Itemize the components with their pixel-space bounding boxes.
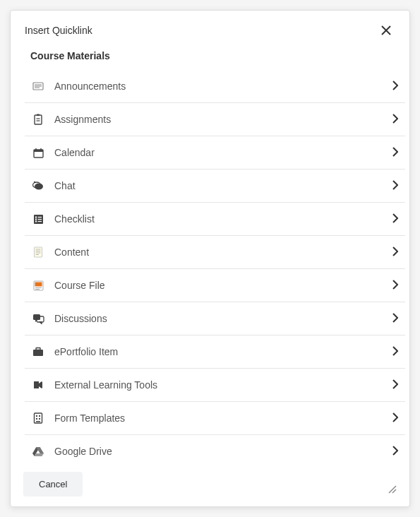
item-discussions[interactable]: Discussions <box>25 302 405 335</box>
item-course-file[interactable]: Course File <box>25 269 405 302</box>
item-external-learning-tools[interactable]: External Learning Tools <box>25 369 405 402</box>
item-label: External Learning Tools <box>54 379 392 391</box>
svg-line-49 <box>389 486 396 493</box>
content-icon <box>32 246 44 258</box>
svg-rect-31 <box>35 287 42 288</box>
form-templates-icon <box>32 412 44 424</box>
chevron-right-icon <box>392 346 398 358</box>
svg-rect-6 <box>35 115 42 124</box>
section-title: Course Materials <box>25 44 405 70</box>
item-label: Content <box>54 246 392 258</box>
svg-line-50 <box>392 489 396 493</box>
modal-footer: Cancel <box>11 462 409 506</box>
close-icon <box>381 23 391 38</box>
chevron-right-icon <box>392 114 398 126</box>
scroll-container[interactable]: Course Materials Announcements Assignmen… <box>11 44 409 462</box>
chevron-right-icon <box>392 213 398 225</box>
svg-rect-11 <box>34 150 43 152</box>
item-label: ePortfolio Item <box>54 346 392 357</box>
item-calendar[interactable]: Calendar <box>25 136 405 170</box>
insert-quicklink-modal: Insert Quicklink Course Materials Announ… <box>10 10 410 507</box>
svg-marker-39 <box>34 381 42 388</box>
item-form-templates[interactable]: Form Templates <box>25 402 405 435</box>
svg-rect-43 <box>36 418 37 420</box>
chevron-right-icon <box>392 246 398 258</box>
item-label: Checklist <box>54 213 392 225</box>
chevron-right-icon <box>392 446 398 458</box>
svg-rect-30 <box>35 282 42 286</box>
item-announcements[interactable]: Announcements <box>25 70 405 103</box>
svg-rect-42 <box>39 415 40 417</box>
eportfolio-icon <box>32 345 44 358</box>
chevron-right-icon <box>392 147 398 159</box>
chat-icon <box>32 179 44 192</box>
svg-point-14 <box>35 183 43 189</box>
modal-header: Insert Quicklink <box>11 11 409 44</box>
svg-point-16 <box>34 181 35 182</box>
resize-handle[interactable] <box>387 484 397 497</box>
discussions-icon <box>32 312 44 325</box>
item-label: Form Templates <box>54 412 392 424</box>
item-label: Discussions <box>54 313 392 324</box>
assignments-icon <box>32 113 44 126</box>
item-google-drive[interactable]: Google Drive <box>25 435 405 462</box>
svg-rect-32 <box>35 289 40 290</box>
item-label: Google Drive <box>54 446 392 457</box>
svg-rect-18 <box>35 216 37 218</box>
svg-rect-38 <box>36 348 40 350</box>
modal-title: Insert Quicklink <box>25 25 92 36</box>
item-label: Announcements <box>54 81 392 92</box>
chevron-right-icon <box>392 81 398 93</box>
external-tools-icon <box>32 379 44 391</box>
svg-rect-41 <box>36 415 37 417</box>
svg-rect-7 <box>37 114 40 117</box>
svg-rect-45 <box>36 421 40 422</box>
item-label: Course File <box>54 280 392 291</box>
chevron-right-icon <box>392 379 398 391</box>
close-button[interactable] <box>377 22 395 39</box>
item-label: Chat <box>54 180 392 191</box>
svg-rect-44 <box>39 418 40 420</box>
svg-rect-24 <box>35 247 42 257</box>
svg-rect-37 <box>33 350 43 356</box>
item-eportfolio-item[interactable]: ePortfolio Item <box>25 335 405 369</box>
item-chat[interactable]: Chat <box>25 170 405 203</box>
checklist-icon <box>32 213 44 225</box>
svg-marker-36 <box>40 322 42 324</box>
chevron-right-icon <box>392 412 398 424</box>
chevron-right-icon <box>392 313 398 325</box>
item-label: Calendar <box>54 147 392 158</box>
svg-rect-19 <box>35 218 37 220</box>
item-checklist[interactable]: Checklist <box>25 203 405 236</box>
chevron-right-icon <box>392 280 398 292</box>
cancel-button[interactable]: Cancel <box>23 472 83 497</box>
item-content[interactable]: Content <box>25 236 405 269</box>
calendar-icon <box>32 146 44 159</box>
item-assignments[interactable]: Assignments <box>25 103 405 136</box>
course-file-icon <box>32 279 44 292</box>
google-drive-icon <box>32 445 44 458</box>
svg-rect-20 <box>35 220 37 222</box>
chevron-right-icon <box>392 180 398 192</box>
announcements-icon <box>32 80 44 93</box>
item-label: Assignments <box>54 114 392 125</box>
